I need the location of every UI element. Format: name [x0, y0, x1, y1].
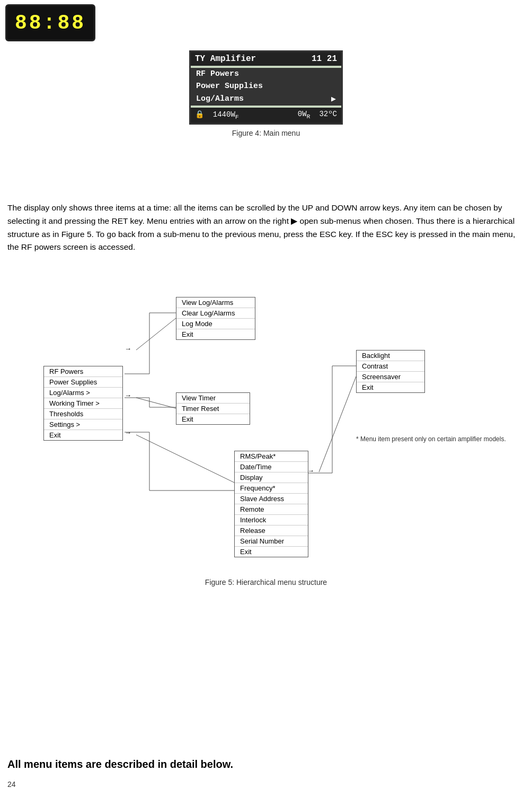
list-item: Settings >	[44, 419, 122, 430]
log-alarms-menu-box: View Log/Alarms Clear Log/Alarms Log Mod…	[176, 297, 255, 340]
figure4-block: TY Amplifier 11 21 RF Powers Power Suppl…	[0, 50, 532, 137]
list-item: Screensaver	[357, 372, 424, 382]
settings-menu-box: RMS/Peak* Date/Time Display Frequency* S…	[234, 451, 308, 557]
connector-arrow: →	[125, 391, 131, 399]
list-item: Remote	[235, 504, 308, 515]
top-lcd-display: 88:88	[5, 4, 95, 41]
lcd-footer-left: 🔒 1440WF	[195, 110, 239, 121]
list-item: View Timer	[176, 393, 250, 404]
svg-line-0	[136, 318, 176, 350]
list-item: Log Mode	[176, 319, 255, 329]
list-item: Release	[235, 526, 308, 536]
display-menu-box: Backlight Contrast Screensaver Exit	[356, 350, 425, 393]
list-item: Frequency*	[235, 483, 308, 494]
page-number: 24	[7, 780, 16, 789]
connector-arrow: →	[125, 428, 131, 436]
list-item: Exit	[357, 382, 424, 392]
list-item: Working Timer >	[44, 398, 122, 409]
lcd-body: RF Powers Power Supplies Log/Alarms ▶	[191, 66, 341, 108]
list-item: Exit	[176, 414, 250, 424]
lcd-footer-right: 0WR 32ºC	[298, 110, 337, 121]
menu-diagram: RF Powers Power Supplies Log/Alarms > Wo…	[12, 292, 520, 573]
list-item: Thresholds	[44, 409, 122, 419]
arrow-icon: ▶	[331, 94, 336, 104]
list-item: Exit	[235, 547, 308, 557]
list-item: Power Supplies	[44, 377, 122, 388]
bottom-text: All menu items are described in detail b…	[7, 758, 233, 770]
figure4-caption: Figure 4: Main menu	[232, 129, 300, 137]
lcd-header: TY Amplifier 11 21	[191, 52, 341, 66]
list-item: Exit	[44, 430, 122, 440]
asterisk-note: * Menu item present only on certain ampl…	[356, 435, 506, 444]
main-menu-box: RF Powers Power Supplies Log/Alarms > Wo…	[43, 366, 123, 441]
lcd-header-left: TY Amplifier	[195, 54, 256, 64]
lcd-footer: 🔒 1440WF 0WR 32ºC	[191, 108, 341, 123]
figure5-caption: Figure 5: Hierarchical menu structure	[205, 578, 327, 586]
figure5-block: RF Powers Power Supplies Log/Alarms > Wo…	[0, 292, 532, 586]
list-item: RF Powers	[191, 68, 341, 80]
list-item: Log/Alarms ▶	[191, 92, 341, 106]
list-item: View Log/Alarms	[176, 297, 255, 308]
list-item: Date/Time	[235, 462, 308, 472]
svg-line-2	[136, 435, 234, 483]
list-item: RF Powers	[44, 366, 122, 377]
lcd-screen: TY Amplifier 11 21 RF Powers Power Suppl…	[189, 50, 343, 125]
body-text: The display only shows three items at a …	[7, 202, 525, 254]
svg-line-3	[319, 376, 356, 472]
list-item: Slave Address	[235, 494, 308, 504]
list-item: Interlock	[235, 515, 308, 526]
list-item: Power Supplies	[191, 80, 341, 92]
svg-line-1	[136, 398, 176, 408]
connector-arrow: →	[125, 345, 131, 353]
list-item: Timer Reset	[176, 404, 250, 414]
list-item: Log/Alarms >	[44, 388, 122, 398]
list-item: Backlight	[357, 351, 424, 361]
lcd-header-right: 11 21	[312, 54, 337, 64]
list-item: Display	[235, 472, 308, 483]
list-item: Exit	[176, 329, 255, 339]
list-item: Serial Number	[235, 536, 308, 547]
list-item: Clear Log/Alarms	[176, 308, 255, 319]
connector-arrow: →	[307, 467, 314, 475]
working-timer-menu-box: View Timer Timer Reset Exit	[176, 392, 250, 425]
display-digits: 88:88	[15, 12, 86, 34]
list-item: Contrast	[357, 361, 424, 372]
list-item: RMS/Peak*	[235, 451, 308, 462]
